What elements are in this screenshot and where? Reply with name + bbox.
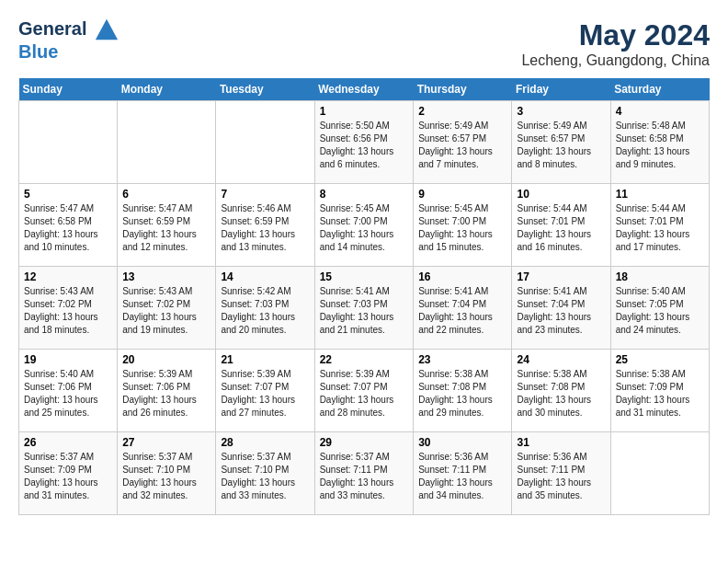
calendar-cell: 24Sunrise: 5:38 AM Sunset: 7:08 PM Dayli… [512,350,610,432]
day-number: 30 [418,436,506,449]
days-of-week-row: SundayMondayTuesdayWednesdayThursdayFrid… [19,78,710,101]
calendar-cell: 12Sunrise: 5:43 AM Sunset: 7:02 PM Dayli… [19,267,118,350]
day-info: Sunrise: 5:40 AM Sunset: 7:06 PM Dayligh… [24,368,112,419]
logo: General Blue [18,18,119,63]
calendar-cell [610,432,709,515]
day-info: Sunrise: 5:49 AM Sunset: 6:57 PM Dayligh… [517,120,605,171]
calendar-cell: 26Sunrise: 5:37 AM Sunset: 7:09 PM Dayli… [19,432,118,515]
location: Lecheng, Guangdong, China [521,52,710,69]
calendar-cell: 5Sunrise: 5:47 AM Sunset: 6:58 PM Daylig… [19,184,118,267]
calendar-cell [216,101,314,184]
day-info: Sunrise: 5:45 AM Sunset: 7:00 PM Dayligh… [320,202,409,254]
day-number: 19 [24,353,112,366]
day-number: 7 [221,188,309,201]
calendar-cell: 10Sunrise: 5:44 AM Sunset: 7:01 PM Dayli… [512,184,610,267]
day-number: 8 [320,188,409,201]
svg-marker-0 [96,18,118,39]
day-number: 4 [616,105,704,118]
day-info: Sunrise: 5:37 AM Sunset: 7:09 PM Dayligh… [24,451,112,502]
calendar-cell: 27Sunrise: 5:37 AM Sunset: 7:10 PM Dayli… [118,432,216,515]
day-info: Sunrise: 5:37 AM Sunset: 7:10 PM Dayligh… [122,451,210,502]
logo-text: General Blue [18,18,119,63]
calendar-cell [118,101,216,184]
day-number: 13 [122,270,210,283]
day-info: Sunrise: 5:37 AM Sunset: 7:10 PM Dayligh… [221,451,309,502]
calendar-cell: 11Sunrise: 5:44 AM Sunset: 7:01 PM Dayli… [610,184,709,267]
calendar-cell: 19Sunrise: 5:40 AM Sunset: 7:06 PM Dayli… [19,350,118,432]
week-row-3: 12Sunrise: 5:43 AM Sunset: 7:02 PM Dayli… [19,267,710,350]
calendar-cell: 9Sunrise: 5:45 AM Sunset: 7:00 PM Daylig… [414,184,512,267]
day-number: 17 [517,270,605,283]
logo-icon [94,16,119,41]
day-number: 23 [418,353,506,366]
day-info: Sunrise: 5:50 AM Sunset: 6:56 PM Dayligh… [320,120,409,171]
calendar-cell: 22Sunrise: 5:39 AM Sunset: 7:07 PM Dayli… [314,350,414,432]
day-info: Sunrise: 5:47 AM Sunset: 6:58 PM Dayligh… [24,202,112,254]
month-year: May 2024 [521,18,710,52]
calendar-cell: 7Sunrise: 5:46 AM Sunset: 6:59 PM Daylig… [216,184,314,267]
day-number: 28 [221,436,309,449]
calendar-cell: 1Sunrise: 5:50 AM Sunset: 6:56 PM Daylig… [314,101,414,184]
day-info: Sunrise: 5:39 AM Sunset: 7:07 PM Dayligh… [221,368,309,419]
day-info: Sunrise: 5:41 AM Sunset: 7:03 PM Dayligh… [320,285,409,337]
day-number: 14 [221,270,309,283]
dow-sunday: Sunday [19,78,118,101]
calendar-table: SundayMondayTuesdayWednesdayThursdayFrid… [18,78,710,515]
day-info: Sunrise: 5:44 AM Sunset: 7:01 PM Dayligh… [517,202,605,254]
calendar-cell: 25Sunrise: 5:38 AM Sunset: 7:09 PM Dayli… [610,350,709,432]
day-info: Sunrise: 5:48 AM Sunset: 6:58 PM Dayligh… [616,120,704,171]
calendar-cell: 20Sunrise: 5:39 AM Sunset: 7:06 PM Dayli… [118,350,216,432]
day-number: 10 [517,188,605,201]
day-number: 9 [418,188,506,201]
day-info: Sunrise: 5:39 AM Sunset: 7:06 PM Dayligh… [122,368,210,419]
day-number: 2 [418,105,506,118]
day-info: Sunrise: 5:36 AM Sunset: 7:11 PM Dayligh… [517,451,605,502]
week-row-4: 19Sunrise: 5:40 AM Sunset: 7:06 PM Dayli… [19,350,710,432]
day-number: 6 [122,188,210,201]
dow-monday: Monday [118,78,216,101]
day-number: 22 [320,353,409,366]
day-number: 21 [221,353,309,366]
calendar-cell: 28Sunrise: 5:37 AM Sunset: 7:10 PM Dayli… [216,432,314,515]
calendar-cell: 29Sunrise: 5:37 AM Sunset: 7:11 PM Dayli… [314,432,414,515]
day-number: 1 [320,105,409,118]
day-number: 15 [320,270,409,283]
day-number: 24 [517,353,605,366]
day-info: Sunrise: 5:43 AM Sunset: 7:02 PM Dayligh… [122,285,210,337]
day-number: 20 [122,353,210,366]
dow-tuesday: Tuesday [216,78,314,101]
calendar-cell: 13Sunrise: 5:43 AM Sunset: 7:02 PM Dayli… [118,267,216,350]
day-info: Sunrise: 5:45 AM Sunset: 7:00 PM Dayligh… [418,202,506,254]
day-info: Sunrise: 5:43 AM Sunset: 7:02 PM Dayligh… [24,285,112,337]
dow-wednesday: Wednesday [314,78,414,101]
calendar-cell: 21Sunrise: 5:39 AM Sunset: 7:07 PM Dayli… [216,350,314,432]
calendar-cell: 23Sunrise: 5:38 AM Sunset: 7:08 PM Dayli… [414,350,512,432]
dow-thursday: Thursday [414,78,512,101]
day-info: Sunrise: 5:41 AM Sunset: 7:04 PM Dayligh… [517,285,605,337]
day-info: Sunrise: 5:38 AM Sunset: 7:08 PM Dayligh… [418,368,506,419]
day-info: Sunrise: 5:47 AM Sunset: 6:59 PM Dayligh… [122,202,210,254]
day-number: 18 [616,270,704,283]
day-info: Sunrise: 5:37 AM Sunset: 7:11 PM Dayligh… [320,451,409,502]
day-info: Sunrise: 5:41 AM Sunset: 7:04 PM Dayligh… [418,285,506,337]
calendar-cell: 30Sunrise: 5:36 AM Sunset: 7:11 PM Dayli… [414,432,512,515]
calendar-cell: 8Sunrise: 5:45 AM Sunset: 7:00 PM Daylig… [314,184,414,267]
day-number: 3 [517,105,605,118]
week-row-5: 26Sunrise: 5:37 AM Sunset: 7:09 PM Dayli… [19,432,710,515]
calendar-body: 1Sunrise: 5:50 AM Sunset: 6:56 PM Daylig… [19,101,710,515]
day-info: Sunrise: 5:38 AM Sunset: 7:08 PM Dayligh… [517,368,605,419]
day-info: Sunrise: 5:39 AM Sunset: 7:07 PM Dayligh… [320,368,409,419]
day-number: 31 [517,436,605,449]
day-info: Sunrise: 5:42 AM Sunset: 7:03 PM Dayligh… [221,285,309,337]
day-number: 12 [24,270,112,283]
page-header: General Blue May 2024 Lecheng, Guangdong… [18,18,710,69]
day-number: 29 [320,436,409,449]
calendar-cell: 4Sunrise: 5:48 AM Sunset: 6:58 PM Daylig… [610,101,709,184]
day-number: 26 [24,436,112,449]
calendar-cell: 16Sunrise: 5:41 AM Sunset: 7:04 PM Dayli… [414,267,512,350]
day-info: Sunrise: 5:40 AM Sunset: 7:05 PM Dayligh… [616,285,704,337]
day-number: 11 [616,188,704,201]
calendar-cell: 3Sunrise: 5:49 AM Sunset: 6:57 PM Daylig… [512,101,610,184]
calendar-cell: 14Sunrise: 5:42 AM Sunset: 7:03 PM Dayli… [216,267,314,350]
week-row-1: 1Sunrise: 5:50 AM Sunset: 6:56 PM Daylig… [19,101,710,184]
